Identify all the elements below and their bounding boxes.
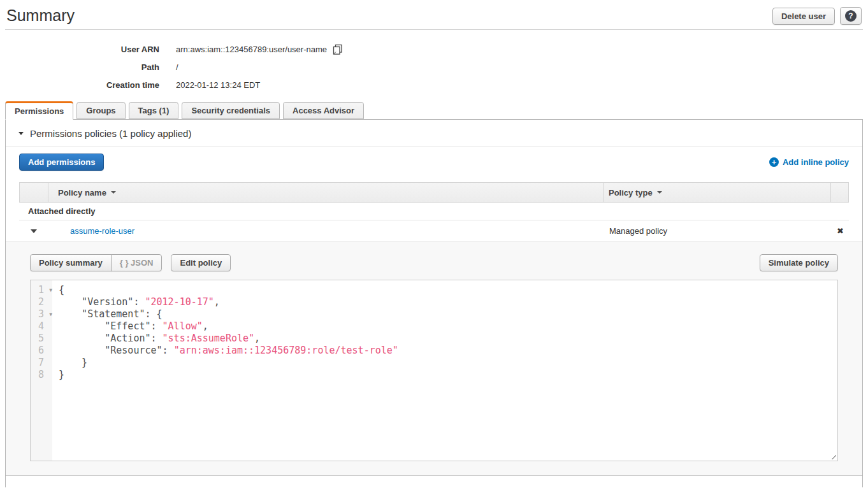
permissions-policies-heading: Permissions policies (1 policy applied) [30, 128, 191, 139]
plus-circle-icon: + [769, 157, 779, 167]
creation-time-value: 2022-01-12 13:24 EDT [176, 80, 260, 90]
editor-code-area[interactable]: { "Version": "2012-10-17", "Statement": … [52, 280, 837, 461]
policy-detail-panel: Policy summary { } JSON Edit policy Simu… [6, 241, 862, 476]
help-button[interactable]: ? [840, 7, 862, 25]
editor-code-line[interactable]: "Effect": "Allow", [59, 320, 837, 333]
attached-directly-group-row: Attached directly [19, 203, 849, 220]
help-icon: ? [845, 10, 857, 22]
editor-line-number: 4 [31, 320, 52, 333]
copy-icon[interactable] [333, 44, 343, 55]
policy-type-header-label: Policy type [609, 188, 653, 197]
json-view-button[interactable]: { } JSON [111, 254, 163, 271]
path-value: / [176, 62, 178, 72]
editor-code-line[interactable]: "Statement": { [59, 308, 837, 320]
json-policy-editor[interactable]: 1▼23▼45678 { "Version": "2012-10-17", "S… [30, 280, 838, 461]
policy-view-button-group: Policy summary { } JSON [30, 254, 162, 271]
collapse-policy-icon[interactable] [31, 229, 37, 233]
editor-line-number: 2 [31, 296, 52, 308]
page-title: Summary [5, 0, 76, 25]
policy-row: assume-role-user Managed policy ✖ [19, 220, 849, 241]
edit-policy-button[interactable]: Edit policy [171, 254, 231, 271]
permissions-tab-panel: Permissions policies (1 policy applied) … [5, 119, 863, 487]
editor-line-number: 1▼ [31, 284, 52, 296]
fold-toggle-icon[interactable]: ▼ [49, 284, 52, 296]
detach-policy-icon[interactable]: ✖ [837, 226, 844, 236]
policy-type-column-header[interactable]: Policy type [604, 183, 831, 202]
add-inline-policy-link[interactable]: + Add inline policy [769, 157, 849, 167]
editor-line-number: 8 [31, 369, 52, 381]
user-arn-row: User ARN arn:aws:iam::123456789:user/use… [0, 40, 868, 58]
path-label: Path [0, 62, 159, 72]
editor-line-number: 6 [31, 345, 52, 357]
user-arn-value: arn:aws:iam::123456789:user/user-name [176, 45, 327, 54]
tab-groups[interactable]: Groups [76, 102, 125, 119]
tab-permissions[interactable]: Permissions [5, 101, 73, 120]
page-header: Summary Delete user ? [5, 0, 863, 30]
editor-line-number: 3▼ [31, 308, 52, 320]
editor-code-line[interactable]: "Resource": "arn:aws:iam::123456789:role… [59, 345, 837, 357]
policy-table: Policy name Policy type Attached directl… [19, 182, 849, 241]
tab-access-advisor[interactable]: Access Advisor [283, 102, 364, 119]
editor-gutter: 1▼23▼45678 [31, 280, 52, 461]
policy-summary-button[interactable]: Policy summary [30, 254, 112, 271]
creation-time-row: Creation time 2022-01-12 13:24 EDT [0, 76, 868, 94]
add-permissions-button[interactable]: Add permissions [19, 154, 104, 171]
user-arn-label: User ARN [0, 45, 159, 54]
tab-security-credentials[interactable]: Security credentials [182, 102, 280, 119]
policy-name-column-header[interactable]: Policy name [48, 183, 604, 202]
policy-toolbar: Add permissions + Add inline policy [6, 147, 862, 171]
policy-type-value: Managed policy [604, 226, 832, 236]
policy-table-header: Policy name Policy type [19, 182, 849, 203]
group-header-label: Attached directly [28, 206, 95, 216]
tab-bar: Permissions Groups Tags (1) Security cre… [5, 101, 868, 119]
tab-tags[interactable]: Tags (1) [129, 102, 179, 119]
editor-code-line[interactable]: } [59, 369, 837, 381]
header-actions: Delete user ? [772, 7, 862, 25]
editor-line-number: 5 [31, 333, 52, 345]
policy-detail-toolbar: Policy summary { } JSON Edit policy Simu… [30, 254, 838, 271]
editor-code-line[interactable]: "Action": "sts:AssumeRole", [59, 333, 837, 345]
permissions-policies-section-toggle[interactable]: Permissions policies (1 policy applied) [6, 120, 862, 147]
editor-code-line[interactable]: } [59, 357, 837, 369]
sort-caret-icon [657, 191, 662, 194]
editor-line-number: 7 [31, 357, 52, 369]
action-column-header [831, 183, 848, 202]
editor-code-line[interactable]: "Version": "2012-10-17", [59, 296, 837, 308]
creation-time-label: Creation time [0, 80, 159, 90]
simulate-policy-button[interactable]: Simulate policy [760, 254, 838, 271]
user-details: User ARN arn:aws:iam::123456789:user/use… [0, 40, 868, 94]
expand-column-header [20, 183, 48, 202]
policy-name-header-label: Policy name [58, 188, 106, 197]
delete-user-button[interactable]: Delete user [772, 8, 835, 25]
policy-name-link[interactable]: assume-role-user [70, 226, 134, 236]
path-row: Path / [0, 58, 868, 76]
collapse-section-icon [18, 132, 24, 135]
add-inline-policy-label: Add inline policy [783, 157, 849, 167]
editor-code-line[interactable]: { [59, 284, 837, 296]
sort-caret-icon [111, 191, 116, 194]
fold-toggle-icon[interactable]: ▼ [49, 308, 52, 320]
